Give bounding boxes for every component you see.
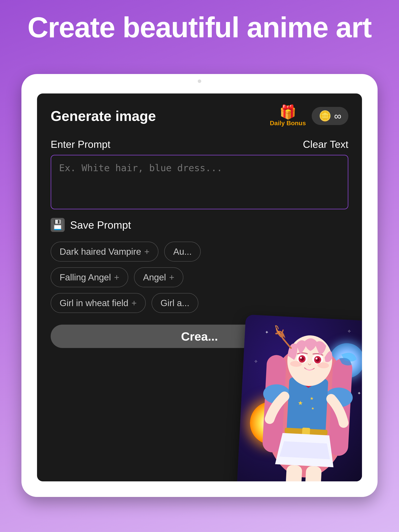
chip-label: Dark haired Vampire — [60, 246, 141, 257]
chip-girl-wheat-field[interactable]: Girl in wheat field + — [51, 293, 146, 313]
svg-rect-27 — [305, 466, 322, 481]
chip-plus-icon: + — [144, 246, 149, 257]
prompt-header: Enter Prompt Clear Text — [51, 139, 348, 150]
svg-rect-26 — [286, 465, 302, 481]
chip-label: Angel — [143, 272, 166, 283]
svg-marker-13 — [279, 441, 331, 459]
chip-label: Au... — [173, 246, 192, 257]
character-card: ✦ ✦ ✧ ✧ ✦ ✦ ★ — [237, 315, 362, 481]
coins-badge: 🪙 ∞ — [312, 107, 348, 125]
prompt-input[interactable] — [51, 155, 348, 209]
save-prompt-row: 💾 Save Prompt — [51, 218, 348, 232]
chip-label: Girl a... — [161, 298, 189, 308]
chip-angel[interactable]: Angel + — [134, 267, 183, 287]
character-svg: ★ ★ ★ — [237, 315, 362, 481]
tablet-camera — [198, 79, 201, 83]
save-icon: 💾 — [51, 218, 65, 232]
app-header: Generate image 🎁 Daily Bonus 🪙 ∞ — [51, 105, 348, 127]
app-title: Generate image — [51, 108, 156, 124]
daily-bonus-button[interactable]: 🎁 Daily Bonus — [270, 105, 306, 127]
chip-au[interactable]: Au... — [164, 242, 201, 261]
clear-text-button[interactable]: Clear Text — [303, 139, 348, 150]
chip-falling-angel[interactable]: Falling Angel + — [51, 267, 128, 287]
prompt-section: Enter Prompt Clear Text — [51, 139, 348, 210]
chip-plus-icon: + — [131, 298, 137, 308]
chip-label: Falling Angel — [60, 272, 111, 283]
app-screen: Generate image 🎁 Daily Bonus 🪙 ∞ — [37, 94, 362, 481]
coins-icon: 🪙 — [319, 110, 331, 122]
svg-text:★: ★ — [298, 399, 303, 406]
chip-plus-icon: + — [169, 272, 174, 283]
svg-text:★: ★ — [311, 406, 315, 411]
chips-row-1: Dark haired Vampire + Au... — [51, 242, 348, 261]
chip-dark-haired-vampire[interactable]: Dark haired Vampire + — [51, 242, 158, 261]
chips-row-3: Girl in wheat field + Girl a... — [51, 293, 348, 313]
chips-row-2: Falling Angel + Angel + — [51, 267, 348, 287]
chip-girl-a[interactable]: Girl a... — [152, 293, 198, 313]
chest-icon: 🎁 — [279, 105, 296, 119]
svg-text:★: ★ — [309, 396, 314, 401]
chips-section: Dark haired Vampire + Au... Falling Ange… — [51, 242, 348, 313]
coins-amount: ∞ — [334, 110, 341, 122]
daily-bonus-label: Daily Bonus — [270, 120, 306, 127]
chip-plus-icon: + — [114, 272, 119, 283]
header-actions: 🎁 Daily Bonus 🪙 ∞ — [270, 105, 348, 127]
page-headline: Create beautiful anime art — [0, 12, 399, 44]
chip-label: Girl in wheat field — [60, 298, 129, 308]
tablet-frame: Generate image 🎁 Daily Bonus 🪙 ∞ — [21, 74, 378, 497]
save-prompt-label: Save Prompt — [70, 219, 131, 231]
enter-prompt-label: Enter Prompt — [51, 139, 110, 150]
